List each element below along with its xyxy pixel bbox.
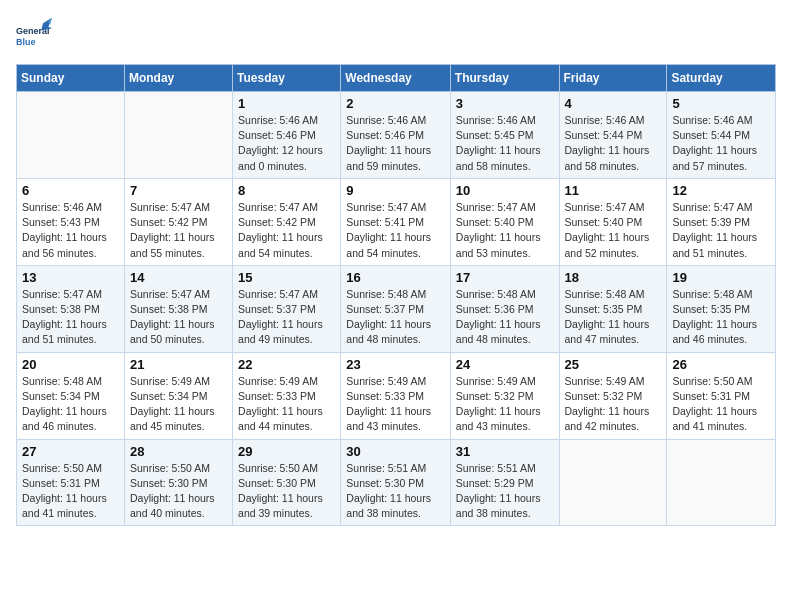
- weekday-header-friday: Friday: [559, 65, 667, 92]
- calendar-cell: 27Sunrise: 5:50 AMSunset: 5:31 PMDayligh…: [17, 439, 125, 526]
- day-info: Sunrise: 5:48 AMSunset: 5:37 PMDaylight:…: [346, 287, 445, 348]
- calendar-week-row: 1Sunrise: 5:46 AMSunset: 5:46 PMDaylight…: [17, 92, 776, 179]
- weekday-header-row: SundayMondayTuesdayWednesdayThursdayFrid…: [17, 65, 776, 92]
- calendar-cell: 20Sunrise: 5:48 AMSunset: 5:34 PMDayligh…: [17, 352, 125, 439]
- day-info: Sunrise: 5:49 AMSunset: 5:33 PMDaylight:…: [346, 374, 445, 435]
- day-info: Sunrise: 5:49 AMSunset: 5:34 PMDaylight:…: [130, 374, 227, 435]
- calendar-cell: 21Sunrise: 5:49 AMSunset: 5:34 PMDayligh…: [124, 352, 232, 439]
- weekday-header-saturday: Saturday: [667, 65, 776, 92]
- day-info: Sunrise: 5:47 AMSunset: 5:42 PMDaylight:…: [238, 200, 335, 261]
- calendar-cell: 10Sunrise: 5:47 AMSunset: 5:40 PMDayligh…: [450, 178, 559, 265]
- calendar-cell: 24Sunrise: 5:49 AMSunset: 5:32 PMDayligh…: [450, 352, 559, 439]
- weekday-header-tuesday: Tuesday: [233, 65, 341, 92]
- calendar-cell: 31Sunrise: 5:51 AMSunset: 5:29 PMDayligh…: [450, 439, 559, 526]
- day-number: 7: [130, 183, 227, 198]
- day-number: 17: [456, 270, 554, 285]
- calendar-cell: 29Sunrise: 5:50 AMSunset: 5:30 PMDayligh…: [233, 439, 341, 526]
- calendar-cell: 9Sunrise: 5:47 AMSunset: 5:41 PMDaylight…: [341, 178, 451, 265]
- calendar-cell: 15Sunrise: 5:47 AMSunset: 5:37 PMDayligh…: [233, 265, 341, 352]
- calendar-cell: 19Sunrise: 5:48 AMSunset: 5:35 PMDayligh…: [667, 265, 776, 352]
- weekday-header-sunday: Sunday: [17, 65, 125, 92]
- calendar-cell: 14Sunrise: 5:47 AMSunset: 5:38 PMDayligh…: [124, 265, 232, 352]
- calendar-cell: 18Sunrise: 5:48 AMSunset: 5:35 PMDayligh…: [559, 265, 667, 352]
- day-number: 12: [672, 183, 770, 198]
- day-number: 6: [22, 183, 119, 198]
- logo-icon: General Blue: [16, 16, 52, 52]
- day-info: Sunrise: 5:46 AMSunset: 5:44 PMDaylight:…: [565, 113, 662, 174]
- day-info: Sunrise: 5:47 AMSunset: 5:38 PMDaylight:…: [22, 287, 119, 348]
- calendar-week-row: 27Sunrise: 5:50 AMSunset: 5:31 PMDayligh…: [17, 439, 776, 526]
- calendar-week-row: 6Sunrise: 5:46 AMSunset: 5:43 PMDaylight…: [17, 178, 776, 265]
- calendar-cell: 13Sunrise: 5:47 AMSunset: 5:38 PMDayligh…: [17, 265, 125, 352]
- day-info: Sunrise: 5:47 AMSunset: 5:38 PMDaylight:…: [130, 287, 227, 348]
- calendar-cell: 23Sunrise: 5:49 AMSunset: 5:33 PMDayligh…: [341, 352, 451, 439]
- day-info: Sunrise: 5:48 AMSunset: 5:35 PMDaylight:…: [565, 287, 662, 348]
- calendar-cell: [667, 439, 776, 526]
- calendar-cell: 22Sunrise: 5:49 AMSunset: 5:33 PMDayligh…: [233, 352, 341, 439]
- day-info: Sunrise: 5:47 AMSunset: 5:41 PMDaylight:…: [346, 200, 445, 261]
- calendar-cell: 12Sunrise: 5:47 AMSunset: 5:39 PMDayligh…: [667, 178, 776, 265]
- day-info: Sunrise: 5:51 AMSunset: 5:30 PMDaylight:…: [346, 461, 445, 522]
- weekday-header-wednesday: Wednesday: [341, 65, 451, 92]
- calendar-cell: 28Sunrise: 5:50 AMSunset: 5:30 PMDayligh…: [124, 439, 232, 526]
- calendar-cell: 7Sunrise: 5:47 AMSunset: 5:42 PMDaylight…: [124, 178, 232, 265]
- calendar-cell: 30Sunrise: 5:51 AMSunset: 5:30 PMDayligh…: [341, 439, 451, 526]
- calendar-cell: [559, 439, 667, 526]
- calendar-cell: [17, 92, 125, 179]
- day-number: 29: [238, 444, 335, 459]
- day-info: Sunrise: 5:51 AMSunset: 5:29 PMDaylight:…: [456, 461, 554, 522]
- day-info: Sunrise: 5:50 AMSunset: 5:31 PMDaylight:…: [672, 374, 770, 435]
- day-number: 9: [346, 183, 445, 198]
- calendar-cell: 6Sunrise: 5:46 AMSunset: 5:43 PMDaylight…: [17, 178, 125, 265]
- calendar-cell: 1Sunrise: 5:46 AMSunset: 5:46 PMDaylight…: [233, 92, 341, 179]
- day-number: 16: [346, 270, 445, 285]
- day-info: Sunrise: 5:49 AMSunset: 5:33 PMDaylight:…: [238, 374, 335, 435]
- calendar-cell: 4Sunrise: 5:46 AMSunset: 5:44 PMDaylight…: [559, 92, 667, 179]
- day-number: 28: [130, 444, 227, 459]
- calendar-cell: 25Sunrise: 5:49 AMSunset: 5:32 PMDayligh…: [559, 352, 667, 439]
- day-info: Sunrise: 5:48 AMSunset: 5:35 PMDaylight:…: [672, 287, 770, 348]
- calendar-week-row: 13Sunrise: 5:47 AMSunset: 5:38 PMDayligh…: [17, 265, 776, 352]
- day-number: 31: [456, 444, 554, 459]
- day-info: Sunrise: 5:49 AMSunset: 5:32 PMDaylight:…: [565, 374, 662, 435]
- calendar-cell: 8Sunrise: 5:47 AMSunset: 5:42 PMDaylight…: [233, 178, 341, 265]
- logo: General Blue: [16, 16, 52, 52]
- calendar-cell: 5Sunrise: 5:46 AMSunset: 5:44 PMDaylight…: [667, 92, 776, 179]
- day-info: Sunrise: 5:46 AMSunset: 5:46 PMDaylight:…: [346, 113, 445, 174]
- day-info: Sunrise: 5:49 AMSunset: 5:32 PMDaylight:…: [456, 374, 554, 435]
- calendar-cell: 3Sunrise: 5:46 AMSunset: 5:45 PMDaylight…: [450, 92, 559, 179]
- day-info: Sunrise: 5:48 AMSunset: 5:36 PMDaylight:…: [456, 287, 554, 348]
- day-number: 18: [565, 270, 662, 285]
- day-number: 14: [130, 270, 227, 285]
- day-number: 27: [22, 444, 119, 459]
- weekday-header-thursday: Thursday: [450, 65, 559, 92]
- day-number: 2: [346, 96, 445, 111]
- day-info: Sunrise: 5:46 AMSunset: 5:43 PMDaylight:…: [22, 200, 119, 261]
- day-info: Sunrise: 5:47 AMSunset: 5:42 PMDaylight:…: [130, 200, 227, 261]
- day-info: Sunrise: 5:47 AMSunset: 5:37 PMDaylight:…: [238, 287, 335, 348]
- day-info: Sunrise: 5:48 AMSunset: 5:34 PMDaylight:…: [22, 374, 119, 435]
- day-number: 21: [130, 357, 227, 372]
- calendar-cell: 11Sunrise: 5:47 AMSunset: 5:40 PMDayligh…: [559, 178, 667, 265]
- day-number: 10: [456, 183, 554, 198]
- calendar-table: SundayMondayTuesdayWednesdayThursdayFrid…: [16, 64, 776, 526]
- calendar-cell: 16Sunrise: 5:48 AMSunset: 5:37 PMDayligh…: [341, 265, 451, 352]
- day-number: 11: [565, 183, 662, 198]
- day-info: Sunrise: 5:50 AMSunset: 5:30 PMDaylight:…: [130, 461, 227, 522]
- day-info: Sunrise: 5:47 AMSunset: 5:39 PMDaylight:…: [672, 200, 770, 261]
- day-number: 1: [238, 96, 335, 111]
- day-number: 23: [346, 357, 445, 372]
- day-number: 20: [22, 357, 119, 372]
- day-number: 30: [346, 444, 445, 459]
- calendar-week-row: 20Sunrise: 5:48 AMSunset: 5:34 PMDayligh…: [17, 352, 776, 439]
- day-info: Sunrise: 5:47 AMSunset: 5:40 PMDaylight:…: [456, 200, 554, 261]
- day-info: Sunrise: 5:50 AMSunset: 5:30 PMDaylight:…: [238, 461, 335, 522]
- calendar-cell: 26Sunrise: 5:50 AMSunset: 5:31 PMDayligh…: [667, 352, 776, 439]
- day-number: 13: [22, 270, 119, 285]
- calendar-cell: 17Sunrise: 5:48 AMSunset: 5:36 PMDayligh…: [450, 265, 559, 352]
- day-number: 24: [456, 357, 554, 372]
- day-number: 19: [672, 270, 770, 285]
- day-number: 8: [238, 183, 335, 198]
- day-number: 5: [672, 96, 770, 111]
- day-info: Sunrise: 5:47 AMSunset: 5:40 PMDaylight:…: [565, 200, 662, 261]
